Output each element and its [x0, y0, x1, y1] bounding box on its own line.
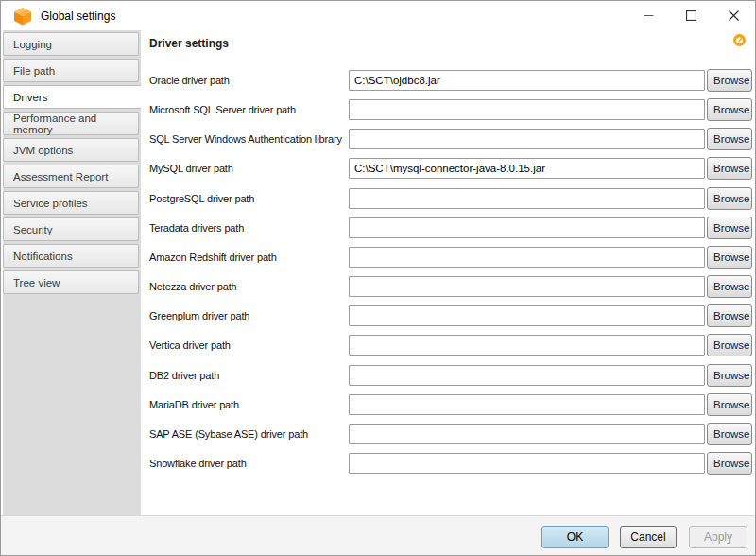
browse-redshift-button[interactable]: Browse — [707, 246, 752, 269]
row-mariadb: MariaDB driver path Browse — [149, 393, 752, 416]
row-sap-ase: SAP ASE (Sybase ASE) driver path Browse — [149, 423, 752, 445]
row-oracle: Oracle driver path Browse — [149, 69, 752, 92]
row-redshift: Amazon Redshift driver path Browse — [149, 246, 752, 269]
oracle-driver-path-input[interactable] — [349, 70, 705, 91]
netezza-driver-path-label: Netezza driver path — [149, 281, 349, 292]
sidebar-item-label: Service profiles — [13, 198, 88, 209]
driver-settings-panel: Driver settings ? Oracle driver path Bro… — [141, 30, 755, 517]
db2-driver-path-label: DB2 driver path — [149, 370, 349, 381]
sidebar-item-label: Security — [13, 224, 53, 235]
db2-driver-path-input[interactable] — [349, 365, 705, 386]
window-controls — [627, 1, 755, 30]
sidebar-item-performance-and-memory[interactable]: Performance and memory — [3, 112, 139, 135]
teradata-drivers-path-input[interactable] — [349, 217, 705, 238]
maximize-icon — [686, 10, 696, 21]
browse-oracle-button[interactable]: Browse — [707, 69, 752, 92]
greenplum-driver-path-input[interactable] — [349, 305, 705, 326]
sidebar-item-label: JVM options — [13, 145, 73, 156]
browse-netezza-button[interactable]: Browse — [707, 275, 752, 298]
browse-sap-ase-button[interactable]: Browse — [707, 423, 752, 445]
browse-greenplum-button[interactable]: Browse — [707, 304, 752, 327]
ok-button[interactable]: OK — [541, 526, 609, 548]
sidebar-item-label: File path — [13, 65, 55, 77]
browse-snowflake-button[interactable]: Browse — [707, 452, 752, 475]
sidebar-item-assessment-report[interactable]: Assessment Report — [3, 165, 139, 188]
sidebar-item-label: Drivers — [13, 92, 47, 103]
mssql-driver-path-input[interactable] — [349, 99, 705, 120]
sql-auth-library-label: SQL Server Windows Authentication librar… — [149, 133, 349, 145]
sidebar-item-notifications[interactable]: Notifications — [3, 244, 139, 268]
sidebar-item-logging[interactable]: Logging — [3, 32, 139, 56]
close-button[interactable] — [713, 1, 755, 30]
sidebar-item-jvm-options[interactable]: JVM options — [3, 138, 139, 162]
redshift-driver-path-label: Amazon Redshift driver path — [149, 252, 349, 263]
sap-ase-driver-path-input[interactable] — [349, 424, 705, 444]
browse-sql-auth-button[interactable]: Browse — [707, 128, 752, 150]
cancel-button[interactable]: Cancel — [620, 526, 677, 548]
minimize-button[interactable] — [627, 1, 670, 30]
row-sql-auth-library: SQL Server Windows Authentication librar… — [149, 128, 752, 150]
browse-mssql-button[interactable]: Browse — [707, 98, 752, 121]
global-settings-dialog: Global settings Logging File pat — [0, 0, 756, 556]
browse-db2-button[interactable]: Browse — [707, 364, 752, 387]
page-title: Driver settings — [149, 37, 229, 50]
mysql-driver-path-label: MySQL driver path — [149, 163, 349, 174]
vertica-driver-path-label: Vertica driver path — [149, 339, 349, 351]
sidebar-item-service-profiles[interactable]: Service profiles — [3, 191, 139, 215]
row-greenplum: Greenplum driver path Browse — [149, 304, 752, 327]
sap-ase-driver-path-label: SAP ASE (Sybase ASE) driver path — [149, 428, 349, 440]
snowflake-driver-path-input[interactable] — [349, 453, 705, 474]
netezza-driver-path-input[interactable] — [349, 276, 705, 297]
maximize-button[interactable] — [670, 1, 713, 30]
browse-mariadb-button[interactable]: Browse — [707, 393, 752, 416]
help-icon[interactable]: ? — [733, 34, 746, 46]
postgresql-driver-path-label: PostgreSQL driver path — [149, 193, 349, 204]
greenplum-driver-path-label: Greenplum driver path — [149, 310, 349, 321]
row-snowflake: Snowflake driver path Browse — [149, 452, 752, 475]
sidebar-item-drivers[interactable]: Drivers — [3, 85, 142, 109]
minimize-icon — [644, 10, 654, 21]
dialog-footer: OK Cancel Apply — [1, 515, 755, 555]
row-mssql: Microsoft SQL Server driver path Browse — [149, 98, 752, 121]
redshift-driver-path-input[interactable] — [349, 247, 705, 268]
apply-button[interactable]: Apply — [689, 526, 747, 548]
sidebar-item-label: Notifications — [13, 251, 73, 262]
mariadb-driver-path-label: MariaDB driver path — [149, 399, 349, 410]
sidebar-item-label: Logging — [13, 39, 52, 50]
mssql-driver-path-label: Microsoft SQL Server driver path — [149, 104, 349, 115]
oracle-driver-path-label: Oracle driver path — [149, 75, 349, 86]
postgresql-driver-path-input[interactable] — [349, 188, 705, 209]
browse-postgresql-button[interactable]: Browse — [707, 187, 752, 210]
window-title: Global settings — [41, 9, 115, 23]
mysql-driver-path-input[interactable] — [349, 158, 705, 179]
sidebar-item-security[interactable]: Security — [3, 217, 139, 241]
aws-cube-icon — [13, 7, 32, 26]
sidebar-item-label: Performance and memory — [13, 113, 138, 135]
row-mysql: MySQL driver path Browse — [149, 157, 752, 180]
browse-vertica-button[interactable]: Browse — [707, 334, 752, 356]
row-db2: DB2 driver path Browse — [149, 364, 752, 387]
sidebar-item-label: Tree view — [13, 277, 60, 288]
mariadb-driver-path-input[interactable] — [349, 394, 705, 415]
vertica-driver-path-input[interactable] — [349, 335, 705, 356]
browse-mysql-button[interactable]: Browse — [707, 157, 752, 180]
sidebar-item-tree-view[interactable]: Tree view — [3, 270, 139, 294]
sql-auth-library-input[interactable] — [349, 129, 705, 149]
snowflake-driver-path-label: Snowflake driver path — [149, 458, 349, 469]
row-netezza: Netezza driver path Browse — [149, 275, 752, 298]
browse-teradata-button[interactable]: Browse — [707, 217, 752, 239]
teradata-drivers-path-label: Teradata drivers path — [149, 222, 349, 234]
settings-category-sidebar: Logging File path Drivers Performance an… — [3, 30, 141, 517]
row-postgresql: PostgreSQL driver path Browse — [149, 187, 752, 210]
sidebar-item-file-path[interactable]: File path — [3, 59, 139, 82]
title-bar: Global settings — [1, 1, 755, 30]
row-teradata: Teradata drivers path Browse — [149, 217, 752, 239]
sidebar-item-label: Assessment Report — [13, 171, 108, 182]
close-icon — [729, 10, 739, 21]
row-vertica: Vertica driver path Browse — [149, 334, 752, 356]
